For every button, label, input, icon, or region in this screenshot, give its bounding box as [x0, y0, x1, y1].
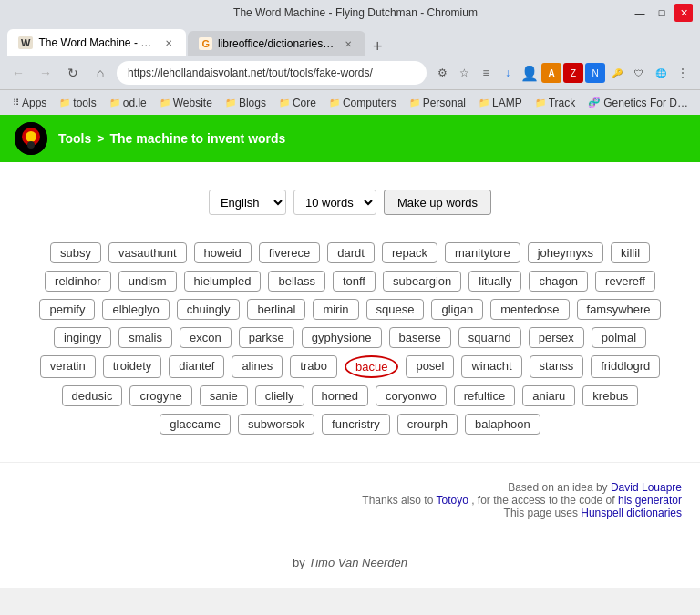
tab-close-button[interactable]: ✕ — [162, 36, 175, 49]
word-tag[interactable]: dedusic — [62, 385, 123, 406]
bookmark-computers[interactable]: 📁 Computers — [324, 95, 402, 111]
word-tag[interactable]: pernify — [39, 299, 95, 320]
word-tag[interactable]: veratin — [40, 355, 96, 378]
bookmark-odle[interactable]: 📁 od.le — [104, 95, 152, 111]
new-tab-button[interactable]: + — [365, 37, 390, 56]
word-tag[interactable]: refultice — [454, 385, 516, 406]
footer-totoyo-link[interactable]: Totoyo — [437, 494, 468, 507]
addon-icon1[interactable]: A — [541, 63, 561, 83]
tab-inactive[interactable]: G libreoffice/dictionaries -… ✕ — [188, 31, 365, 56]
word-tag[interactable]: funcristry — [322, 414, 390, 435]
home-button[interactable]: ⌂ — [89, 62, 111, 84]
word-tag[interactable]: subsy — [50, 242, 101, 263]
word-tag[interactable]: howeid — [194, 242, 252, 263]
maximize-button[interactable]: □ — [653, 4, 671, 22]
word-tag[interactable]: manitytore — [445, 242, 520, 263]
word-tag[interactable]: smalis — [118, 327, 172, 348]
make-words-button[interactable]: Make up words — [384, 190, 491, 215]
word-tag[interactable]: repack — [382, 242, 438, 263]
word-tag[interactable]: glaccame — [160, 414, 231, 435]
word-tag[interactable]: chagon — [529, 271, 588, 292]
word-tag[interactable]: joheymyxs — [528, 242, 603, 263]
tab-active[interactable]: W The Word Machine - Flyin… ✕ — [7, 29, 186, 56]
word-tag[interactable]: ingingy — [54, 327, 111, 348]
address-input[interactable] — [117, 61, 427, 85]
addon-icon5[interactable]: 🛡 — [629, 63, 649, 83]
star-icon[interactable]: ☆ — [454, 63, 474, 83]
word-tag[interactable]: krebus — [582, 385, 638, 406]
word-tag[interactable]: clielly — [255, 385, 304, 406]
bookmark-website[interactable]: 📁 Website — [154, 95, 218, 111]
word-tag[interactable]: mirin — [313, 299, 358, 320]
word-tag[interactable]: sanie — [200, 385, 248, 406]
word-tag[interactable]: crourph — [397, 414, 458, 435]
forward-button[interactable]: → — [35, 62, 57, 84]
footer-hunspell-link[interactable]: Hunspell dictionaries — [581, 507, 682, 519]
word-tag[interactable]: alines — [232, 355, 283, 378]
word-tag[interactable]: killil — [611, 242, 650, 263]
extensions-icon[interactable]: ⚙ — [432, 63, 452, 83]
word-tag[interactable]: bacue — [345, 355, 398, 378]
word-tag[interactable]: subworsok — [238, 414, 314, 435]
word-tag[interactable]: posel — [406, 355, 454, 378]
download-icon[interactable]: ↓ — [498, 63, 518, 83]
minimize-button[interactable]: — — [631, 4, 649, 22]
word-tag[interactable]: bellass — [268, 271, 324, 292]
word-tag[interactable]: polmal — [592, 327, 646, 348]
word-tag[interactable]: squarnd — [458, 327, 521, 348]
word-tag[interactable]: diantef — [169, 355, 224, 378]
word-tag[interactable]: squese — [366, 299, 425, 320]
breadcrumb-tools[interactable]: Tools — [58, 131, 91, 146]
close-button[interactable]: ✕ — [674, 4, 693, 22]
word-tag[interactable]: balaphoon — [465, 414, 540, 435]
word-tag[interactable]: excon — [180, 327, 232, 348]
bookmark-genetics[interactable]: 🧬 Genetics For D… — [582, 95, 694, 111]
reader-icon[interactable]: ≡ — [476, 63, 496, 83]
bookmark-core[interactable]: 📁 Core — [273, 95, 322, 111]
tab2-close-button[interactable]: ✕ — [342, 37, 355, 50]
word-tag[interactable]: winacht — [461, 355, 521, 378]
word-tag[interactable]: famsywhere — [577, 299, 661, 320]
word-tag[interactable]: trabo — [290, 355, 337, 378]
word-tag[interactable]: reldinhor — [45, 271, 111, 292]
footer-generator-link[interactable]: his generator — [618, 494, 682, 507]
word-tag[interactable]: stanss — [530, 355, 584, 378]
back-button[interactable]: ← — [7, 62, 29, 84]
bookmark-more[interactable]: » — [695, 95, 700, 111]
addon-icon6[interactable]: 🌐 — [651, 63, 671, 83]
profile-icon[interactable]: 👤 — [520, 63, 540, 83]
addon-icon4[interactable]: 🔑 — [607, 63, 627, 83]
word-tag[interactable]: litually — [468, 271, 521, 292]
count-select[interactable]: 10 words 20 words 50 words — [293, 190, 376, 215]
bookmark-lamp[interactable]: 📁 LAMP — [473, 95, 528, 111]
word-tag[interactable]: hielumpled — [184, 271, 262, 292]
word-tag[interactable]: subeargion — [383, 271, 461, 292]
bookmark-personal[interactable]: 📁 Personal — [404, 95, 471, 111]
word-tag[interactable]: undism — [118, 271, 177, 292]
word-tag[interactable]: fiverece — [259, 242, 321, 263]
word-tag[interactable]: troidety — [103, 355, 162, 378]
word-tag[interactable]: mentedose — [490, 299, 569, 320]
word-tag[interactable]: berlinal — [247, 299, 305, 320]
word-tag[interactable]: chuingly — [177, 299, 241, 320]
word-tag[interactable]: crogyne — [129, 385, 191, 406]
bookmark-blogs[interactable]: 📁 Blogs — [220, 95, 272, 111]
bookmark-apps[interactable]: ⠿ Apps — [7, 95, 52, 111]
word-tag[interactable]: gyphysione — [302, 327, 382, 348]
word-tag[interactable]: persex — [529, 327, 584, 348]
bookmark-track[interactable]: 📁 Track — [530, 95, 582, 111]
more-button[interactable]: ⋮ — [673, 63, 693, 83]
word-tag[interactable]: dardt — [327, 242, 375, 263]
word-tag[interactable]: horned — [312, 385, 368, 406]
word-tag[interactable]: friddlogrd — [591, 355, 660, 378]
addon-icon2[interactable]: Z — [563, 63, 583, 83]
refresh-button[interactable]: ↻ — [62, 62, 84, 84]
language-select[interactable]: English French German Spanish — [209, 190, 286, 215]
word-tag[interactable]: gligan — [431, 299, 483, 320]
word-tag[interactable]: tonff — [333, 271, 376, 292]
word-tag[interactable]: revereff — [595, 271, 655, 292]
addon-icon3[interactable]: N — [585, 63, 605, 83]
footer-author1-link[interactable]: David Louapre — [611, 481, 682, 494]
bookmark-tools[interactable]: 📁 tools — [54, 95, 101, 111]
word-tag[interactable]: vasauthunt — [108, 242, 187, 263]
